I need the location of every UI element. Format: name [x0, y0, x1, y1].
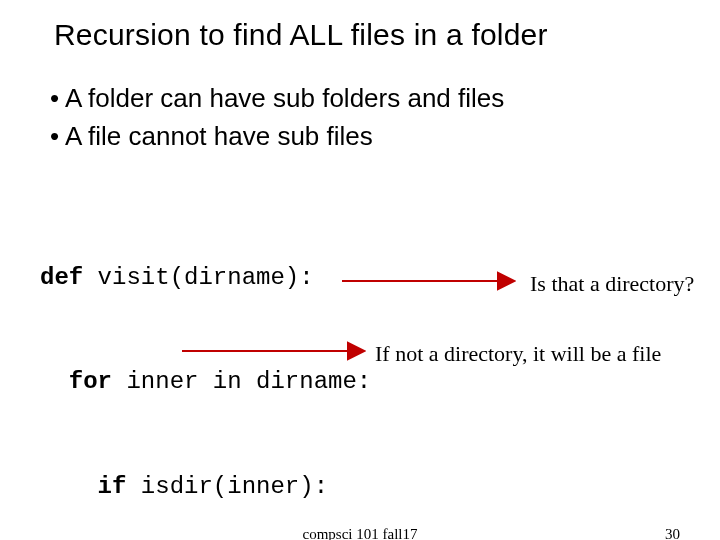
code-text: visit(dirname): — [83, 264, 313, 291]
code-block: def visit(dirname): for inner in dirname… — [40, 191, 680, 540]
page-number: 30 — [665, 526, 680, 540]
bullet-item: A file cannot have sub files — [50, 118, 680, 156]
keyword-def: def — [40, 264, 83, 291]
code-line: if isdir(inner): — [40, 470, 680, 505]
footer-course: compsci 101 fall17 — [303, 526, 418, 540]
bullet-list: A folder can have sub folders and files … — [40, 80, 680, 155]
code-text: isdir(inner): — [126, 473, 328, 500]
slide: Recursion to find ALL files in a folder … — [0, 0, 720, 540]
bullet-item: A folder can have sub folders and files — [50, 80, 680, 118]
code-line: for inner in dirname: — [40, 365, 680, 400]
arrow-icon — [342, 271, 522, 291]
arrow-icon — [182, 341, 372, 361]
slide-title: Recursion to find ALL files in a folder — [54, 18, 680, 52]
annotation-isdir: Is that a directory? — [530, 268, 694, 300]
code-text: inner in dirname: — [112, 368, 371, 395]
annotation-else: If not a directory, it will be a file — [375, 338, 661, 370]
keyword-if: if — [40, 473, 126, 500]
keyword-for: for — [40, 368, 112, 395]
